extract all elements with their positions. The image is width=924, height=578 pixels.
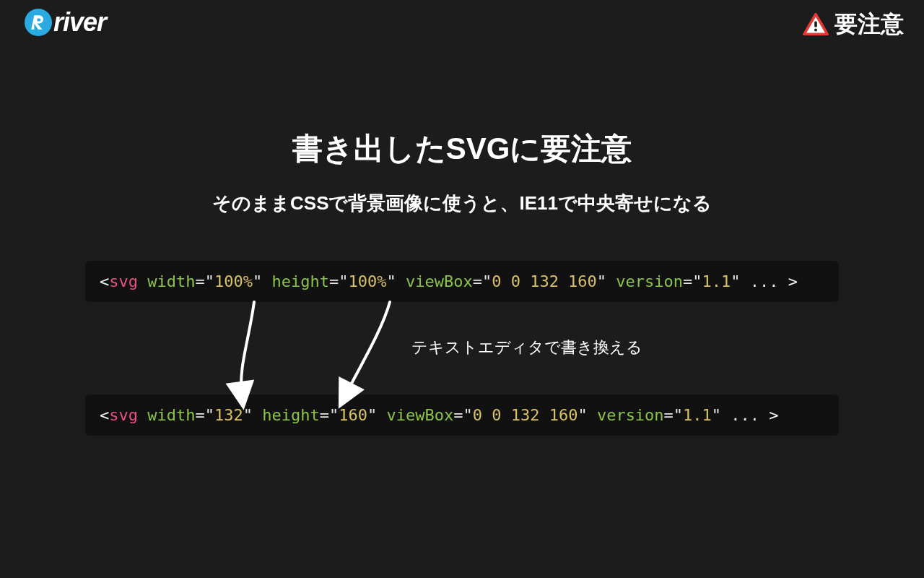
- code-block-before: <svg width="100%" height="100%" viewBox=…: [85, 261, 839, 302]
- code-tag: svg: [109, 272, 138, 290]
- code-attr-name: height: [271, 272, 328, 290]
- code-close-bracket: >: [788, 272, 798, 290]
- code-block-after: <svg width="132" height="160" viewBox="0…: [85, 394, 839, 436]
- warning-label: 要注意: [834, 9, 904, 40]
- code-open-bracket: <: [100, 406, 109, 424]
- code-attr-value: 100%: [348, 272, 386, 290]
- brand-name: river: [53, 7, 106, 38]
- code-attr-value: 132: [214, 406, 243, 424]
- arrow-icon: [345, 302, 390, 396]
- warning-icon: [803, 13, 829, 36]
- code-tag: svg: [109, 406, 138, 424]
- code-attr-name: version: [616, 272, 683, 290]
- code-close-bracket: >: [769, 406, 778, 424]
- brand-logo: river: [25, 7, 106, 38]
- code-attr-name: width: [147, 406, 195, 424]
- code-attr-name: width: [147, 272, 195, 290]
- code-attr-name: viewBox: [406, 272, 473, 290]
- code-attr-value: 0 0 132 160: [492, 272, 597, 290]
- brand-mark-icon: [25, 9, 52, 36]
- code-trail: ...: [741, 272, 788, 290]
- svg-rect-2: [814, 22, 817, 27]
- code-attr-value: 1.1: [683, 406, 712, 424]
- warning-badge: 要注意: [803, 9, 904, 40]
- code-punc: =: [195, 272, 204, 290]
- code-attr-value: 0 0 132 160: [473, 406, 578, 424]
- arrow-icon: [241, 302, 254, 396]
- code-attr-value: 1.1: [702, 272, 731, 290]
- code-attr-name: height: [262, 406, 319, 424]
- slide-subtitle: そのままCSSで背景画像に使うと、IE11で中央寄せになる: [0, 191, 924, 216]
- svg-point-3: [814, 29, 817, 32]
- code-attr-name: viewBox: [386, 406, 453, 424]
- slide-title: 書き出したSVGに要注意: [0, 129, 924, 169]
- code-attr-name: version: [597, 406, 664, 424]
- code-attr-value: 100%: [214, 272, 253, 290]
- annotation-label: テキストエディタで書き換える: [411, 337, 642, 358]
- code-trail: ...: [721, 406, 769, 424]
- code-open-bracket: <: [100, 272, 109, 290]
- code-attr-value: 160: [339, 406, 367, 424]
